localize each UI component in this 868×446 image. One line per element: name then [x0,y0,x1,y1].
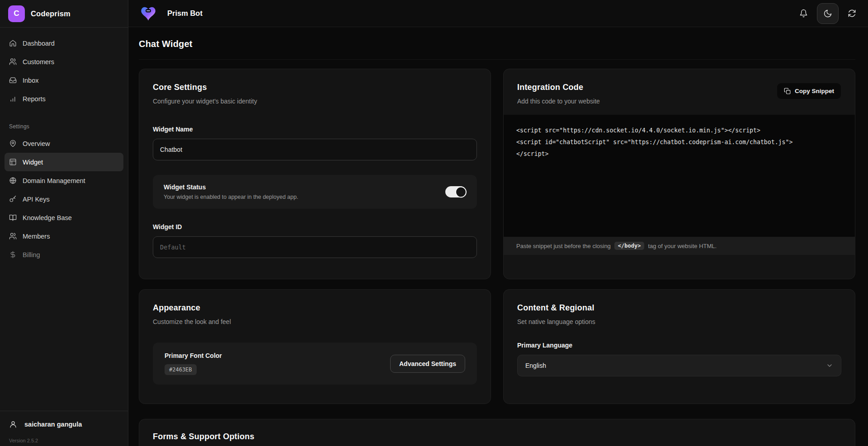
panels-icon [9,158,17,166]
sidebar-item-label: Knowledge Base [23,214,72,221]
sidebar-item-widget[interactable]: Widget [5,153,123,171]
prism-bot-logo [140,5,156,22]
copy-snippet-label: Copy Snippet [795,88,834,94]
font-color-row: Primary Font Color #2463EB Advanced Sett… [153,343,477,385]
appearance-subtitle: Customize the look and feel [153,318,477,325]
logo-initial: C [14,9,19,18]
content-regional-subtitle: Set native language options [517,318,841,325]
body-tag-chip: </body> [614,242,645,250]
notifications-button[interactable] [799,9,808,18]
sidebar-settings-nav: Overview Widget Domain Management API Ke… [0,134,128,264]
version-label: Version 2.5.2 [9,438,119,443]
bar-chart-icon [9,95,17,103]
sidebar-item-dashboard[interactable]: Dashboard [5,34,123,52]
primary-language-label: Primary Language [517,342,841,349]
sidebar-item-label: Billing [23,251,40,258]
sidebar-item-label: Overview [23,140,50,147]
bell-icon [799,9,808,18]
font-color-label: Primary Font Color [165,352,222,359]
book-open-icon [9,214,17,221]
members-icon [9,232,17,240]
theme-toggle-button[interactable] [817,3,839,24]
globe-icon [9,177,17,184]
integration-code-subtitle: Add this code to your website [517,98,600,105]
code-line: </script> [516,148,842,160]
home-icon [9,39,17,47]
sidebar-item-label: Reports [23,95,46,103]
sidebar-item-domain-management[interactable]: Domain Management [5,171,123,190]
sidebar-item-label: Domain Management [23,177,85,184]
forms-support-card: Forms & Support Options [139,419,855,446]
widget-name-label: Widget Name [153,126,477,133]
sidebar-item-label: API Keys [23,196,50,203]
widget-name-input[interactable] [153,139,477,160]
integration-code-header: Integration Code Add this code to your w… [504,69,855,115]
sidebar-item-members[interactable]: Members [5,227,123,245]
core-settings-title: Core Settings [153,83,477,92]
sidebar-item-customers[interactable]: Customers [5,52,123,71]
refresh-icon [848,9,856,18]
sidebar-item-label: Members [23,233,50,240]
code-snippet[interactable]: <script src="https://cdn.socket.io/4.4.0… [504,115,855,237]
sidebar: C Codeprism Dashboard Customers Inbox Re… [0,0,128,446]
core-settings-card: Core Settings Configure your widget's ba… [139,69,491,279]
sidebar-item-label: Widget [23,159,43,166]
primary-language-select[interactable]: English [517,355,841,376]
forms-support-title: Forms & Support Options [153,432,841,441]
widget-id-label: Widget ID [153,223,477,230]
widget-status-text: Widget Status Your widget is enabled to … [164,183,298,200]
content-regional-card: Content & Regional Set native language o… [503,289,855,404]
sidebar-item-inbox[interactable]: Inbox [5,71,123,89]
appearance-title: Appearance [153,303,477,313]
footer-note-prefix: Paste snippet just before the closing [516,243,611,249]
integration-code-title: Integration Code [517,83,600,92]
sidebar-item-api-keys[interactable]: API Keys [5,190,123,208]
font-color-group: Primary Font Color #2463EB [165,352,222,375]
app-window: C Codeprism Dashboard Customers Inbox Re… [0,0,868,446]
users-icon [9,58,17,66]
cards-grid: Core Settings Configure your widget's ba… [139,69,855,446]
sidebar-main-nav: Dashboard Customers Inbox Reports [0,28,128,108]
key-icon [9,195,17,203]
title-divider [139,59,855,60]
sidebar-item-billing[interactable]: Billing [5,245,123,264]
inbox-icon [9,76,17,84]
widget-status-toggle[interactable] [445,186,466,197]
copy-snippet-button[interactable]: Copy Snippet [777,83,841,99]
widget-status-row: Widget Status Your widget is enabled to … [153,175,477,209]
selected-language: English [525,362,546,369]
integration-code-card: Integration Code Add this code to your w… [503,69,855,279]
main-area: Prism Bot Chat Widget Core Settings [128,0,868,446]
refresh-button[interactable] [848,9,856,18]
sidebar-item-label: Inbox [23,77,38,84]
sidebar-item-knowledge-base[interactable]: Knowledge Base [5,208,123,227]
sidebar-item-reports[interactable]: Reports [5,89,123,108]
toggle-knob [455,186,467,197]
widget-status-label: Widget Status [164,183,298,191]
user-profile[interactable]: saicharan gangula [9,420,119,428]
user-icon [9,420,17,428]
advanced-settings-button[interactable]: Advanced Settings [390,355,465,373]
map-pin-icon [9,140,17,147]
sidebar-section-label: Settings [0,108,128,134]
chevron-down-icon [826,362,833,369]
sidebar-spacer [0,264,128,411]
sidebar-item-label: Customers [23,58,54,66]
appearance-card: Appearance Customize the look and feel P… [139,289,491,404]
copy-icon [784,88,791,94]
code-line: <script id="chatbotScript" src="https://… [516,136,842,148]
moon-icon [823,9,832,18]
font-color-value-chip[interactable]: #2463EB [165,364,197,375]
widget-id-input[interactable] [153,236,477,258]
sidebar-item-overview[interactable]: Overview [5,134,123,153]
widget-status-description: Your widget is enabled to appear in the … [164,194,298,200]
topbar-actions [799,3,856,24]
integration-code-heading: Integration Code Add this code to your w… [517,83,600,105]
codeprism-logo: C [8,5,25,22]
brand-name: Codeprism [31,9,71,18]
code-line: <script src="https://cdn.socket.io/4.4.0… [516,125,842,136]
dollar-icon [9,251,17,258]
user-name: saicharan gangula [24,421,82,428]
footer-note-suffix: tag of your website HTML. [648,243,717,249]
bot-name: Prism Bot [167,9,203,18]
